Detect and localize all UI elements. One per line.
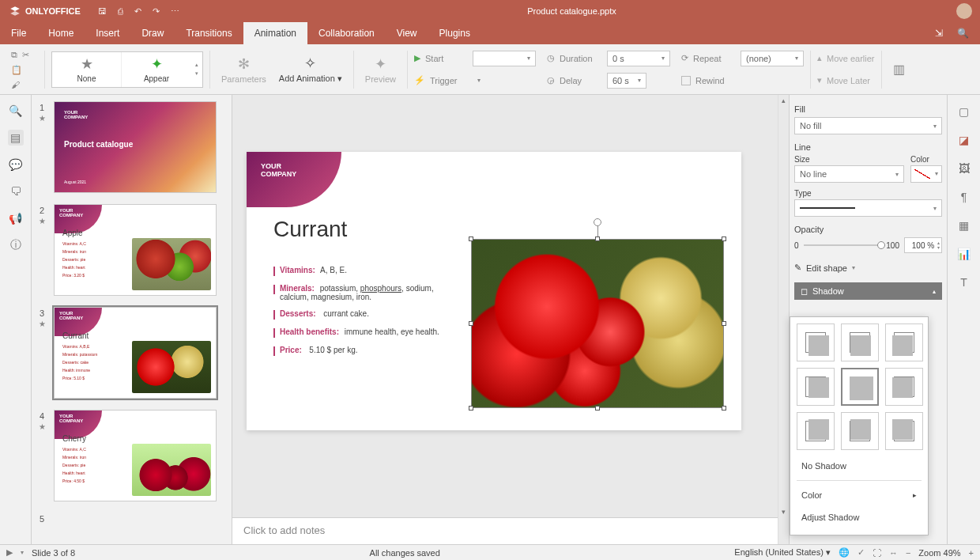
- shadow-preset-center[interactable]: [841, 368, 879, 406]
- fit-slide-icon[interactable]: ⛶: [873, 548, 881, 558]
- slide-info-list[interactable]: Vitamins: A, B, E. Minerals: potassium, …: [273, 266, 463, 364]
- save-icon[interactable]: 🖫: [98, 6, 107, 16]
- shadow-icon: ◻: [801, 286, 808, 297]
- zoom-in-icon[interactable]: +: [969, 548, 974, 558]
- format-painter-icon[interactable]: 🖌: [11, 80, 20, 89]
- zoom-out-icon[interactable]: −: [906, 548, 910, 558]
- shadow-preset-br[interactable]: [797, 324, 835, 361]
- rewind-checkbox[interactable]: Rewind: [681, 72, 804, 89]
- tab-transitions[interactable]: Transitions: [175, 22, 243, 44]
- thumbnail-1[interactable]: YOUR COMPANY Product catalogue August 20…: [54, 101, 217, 193]
- cut-icon[interactable]: ✂: [22, 50, 29, 60]
- resize-handle[interactable]: [722, 406, 726, 411]
- edit-shape-button[interactable]: ✎ Edit shape ▾: [794, 263, 942, 273]
- start-control[interactable]: ▶ Start: [414, 50, 536, 67]
- table-settings-icon[interactable]: ▦: [956, 217, 973, 234]
- image-settings-icon[interactable]: 🖼: [956, 160, 973, 177]
- tab-animation[interactable]: Animation: [243, 22, 307, 44]
- thumbnail-2[interactable]: YOURCOMPANY Apple Vitamins: A,CMinerals:…: [54, 204, 217, 296]
- find-icon[interactable]: 🔍: [8, 103, 24, 119]
- shadow-preset-tl[interactable]: [885, 412, 923, 450]
- language-selector[interactable]: English (United States) ▾: [734, 547, 831, 558]
- open-location-icon[interactable]: ⇲: [935, 28, 943, 39]
- user-avatar[interactable]: [956, 3, 972, 19]
- your-company-label: YOUR COMPANY: [64, 110, 88, 119]
- opacity-value[interactable]: 100 %▴▾: [904, 237, 942, 253]
- duration-control[interactable]: ◷ Duration 0 s: [547, 50, 670, 67]
- paste-icon[interactable]: 📋: [11, 65, 22, 75]
- resize-handle[interactable]: [469, 406, 473, 411]
- tab-insert[interactable]: Insert: [85, 22, 130, 44]
- chart-settings-icon[interactable]: 📊: [956, 245, 973, 263]
- slides-icon[interactable]: ▤: [8, 130, 24, 146]
- slide-number: 2: [40, 206, 44, 215]
- feedback-icon[interactable]: 📢: [8, 210, 24, 226]
- shape-settings-icon[interactable]: ◪: [956, 131, 973, 149]
- thumbnail-3[interactable]: YOURCOMPANY Currant Vitamins: A,B,EMiner…: [54, 307, 217, 399]
- effect-appear[interactable]: ✦ Appear: [122, 52, 191, 87]
- print-icon[interactable]: ⎙: [118, 6, 123, 16]
- rotate-handle[interactable]: [594, 218, 601, 237]
- opacity-slider[interactable]: [804, 244, 882, 246]
- shadow-preset-r[interactable]: [797, 368, 835, 406]
- repeat-control[interactable]: ⟳ Repeat (none): [681, 50, 804, 67]
- resize-handle[interactable]: [595, 406, 600, 411]
- current-slide[interactable]: YOURCOMPANY Currant Vitamins: A, B, E. M…: [247, 152, 741, 430]
- undo-icon[interactable]: ↶: [134, 6, 141, 17]
- line-type-dropdown[interactable]: [794, 199, 942, 217]
- paragraph-settings-icon[interactable]: ¶: [956, 188, 973, 206]
- resize-handle[interactable]: [595, 236, 600, 241]
- textart-settings-icon[interactable]: T: [956, 274, 973, 291]
- shadow-preset-t[interactable]: [841, 412, 879, 450]
- fit-width-icon[interactable]: ↔: [889, 548, 898, 558]
- thumbnail-4[interactable]: YOURCOMPANY Cherry Vitamins: A,CMinerals…: [54, 410, 217, 501]
- shadow-preset-l[interactable]: [885, 368, 923, 406]
- spellcheck-icon[interactable]: ✓: [858, 547, 865, 558]
- slide-settings-icon[interactable]: ▢: [956, 103, 973, 120]
- shadow-color-option[interactable]: Color▸: [797, 484, 922, 506]
- slide-heading[interactable]: Currant: [273, 217, 347, 242]
- tab-draw[interactable]: Draw: [130, 22, 175, 44]
- shadow-section-header[interactable]: ◻ Shadow ▴: [794, 282, 942, 300]
- about-icon[interactable]: ⓘ: [8, 237, 24, 253]
- tab-view[interactable]: View: [386, 22, 428, 44]
- tab-plugins[interactable]: Plugins: [428, 22, 481, 44]
- cherry-image: [132, 444, 211, 496]
- tab-file[interactable]: File: [0, 22, 37, 44]
- vertical-scrollbar[interactable]: ▴ ▾: [778, 95, 789, 544]
- delay-control[interactable]: ◶ Delay 60 s: [547, 72, 670, 89]
- copy-icon[interactable]: ⧉: [11, 50, 17, 60]
- globe-icon[interactable]: 🌐: [839, 547, 850, 558]
- trigger-control[interactable]: ⚡ Trigger ▾: [414, 72, 536, 89]
- no-shadow-option[interactable]: No Shadow: [797, 455, 922, 477]
- adjust-shadow-option[interactable]: Adjust Shadow: [797, 506, 922, 528]
- resize-handle[interactable]: [722, 321, 726, 326]
- status-bar: ▶ ▾ Slide 3 of 8 All changes saved Engli…: [0, 544, 980, 560]
- chat-icon[interactable]: 🗨: [8, 184, 24, 199]
- slide-canvas[interactable]: YOURCOMPANY Currant Vitamins: A, B, E. M…: [232, 95, 789, 544]
- selected-image[interactable]: [471, 239, 724, 408]
- search-icon[interactable]: 🔍: [957, 28, 969, 39]
- more-icon[interactable]: ⋯: [171, 6, 179, 17]
- effects-more-dropdown[interactable]: ▴▾: [191, 52, 202, 87]
- resize-handle[interactable]: [469, 321, 473, 326]
- resize-handle[interactable]: [469, 236, 473, 241]
- parameters-button: ✻ Parameters: [217, 55, 271, 84]
- animation-pane-button[interactable]: ▥: [888, 62, 910, 77]
- comments-icon[interactable]: 💬: [8, 157, 24, 172]
- tab-home[interactable]: Home: [37, 22, 85, 44]
- line-size-dropdown[interactable]: No line: [794, 165, 904, 183]
- effect-none[interactable]: ★ None: [52, 52, 122, 87]
- tab-collaboration[interactable]: Collaboration: [307, 22, 386, 44]
- shadow-preset-bl[interactable]: [885, 324, 923, 361]
- fill-dropdown[interactable]: No fill: [794, 117, 942, 134]
- shadow-preset-tr[interactable]: [797, 412, 835, 450]
- zoom-level[interactable]: Zoom 49%: [918, 548, 960, 558]
- resize-handle[interactable]: [722, 236, 726, 241]
- slideshow-icon[interactable]: ▶: [6, 547, 13, 558]
- shadow-preset-b[interactable]: [841, 324, 879, 361]
- notes-area[interactable]: Click to add notes: [232, 517, 778, 544]
- redo-icon[interactable]: ↷: [153, 6, 160, 17]
- line-color-picker[interactable]: [910, 165, 942, 183]
- add-animation-button[interactable]: ✧ Add Animation ▾: [274, 55, 347, 84]
